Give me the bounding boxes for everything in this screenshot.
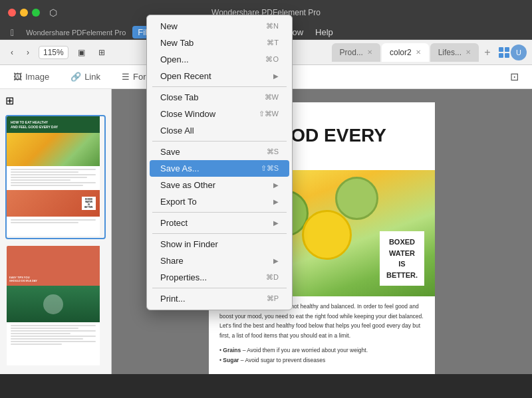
- separator-5: [152, 288, 287, 288]
- menu-item-protect[interactable]: Protect ▶: [150, 215, 289, 231]
- menu-item-export-to[interactable]: Export To ▶: [150, 193, 289, 210]
- separator-2: [152, 141, 287, 142]
- menu-item-properties[interactable]: Properties... ⌘D: [150, 269, 289, 286]
- menu-item-close-window[interactable]: Close Window ⇧⌘W: [150, 106, 289, 122]
- menu-item-save[interactable]: Save ⌘S: [150, 144, 289, 160]
- dropdown-overlay: New ⌘N New Tab ⌘T Open... ⌘O Open Recent…: [0, 0, 532, 398]
- menu-item-close-all[interactable]: Close All: [150, 122, 289, 139]
- menu-item-share[interactable]: Share ▶: [150, 252, 289, 269]
- separator-4: [152, 233, 287, 234]
- menu-item-new[interactable]: New ⌘N: [150, 18, 289, 35]
- separator-3: [152, 212, 287, 213]
- file-dropdown-menu: New ⌘N New Tab ⌘T Open... ⌘O Open Recent…: [146, 15, 293, 310]
- menu-item-print[interactable]: Print... ⌘P: [150, 290, 289, 307]
- menu-item-show-finder[interactable]: Show in Finder: [150, 236, 289, 252]
- separator-1: [152, 86, 287, 87]
- menu-item-new-tab[interactable]: New Tab ⌘T: [150, 35, 289, 51]
- menu-item-save-as[interactable]: Save As... ⇧⌘S: [150, 160, 289, 177]
- menu-item-open-recent[interactable]: Open Recent ▶: [150, 68, 289, 84]
- menu-item-save-as-other[interactable]: Save as Other ▶: [150, 177, 289, 193]
- menu-item-open[interactable]: Open... ⌘O: [150, 51, 289, 68]
- menu-item-close-tab[interactable]: Close Tab ⌘W: [150, 89, 289, 106]
